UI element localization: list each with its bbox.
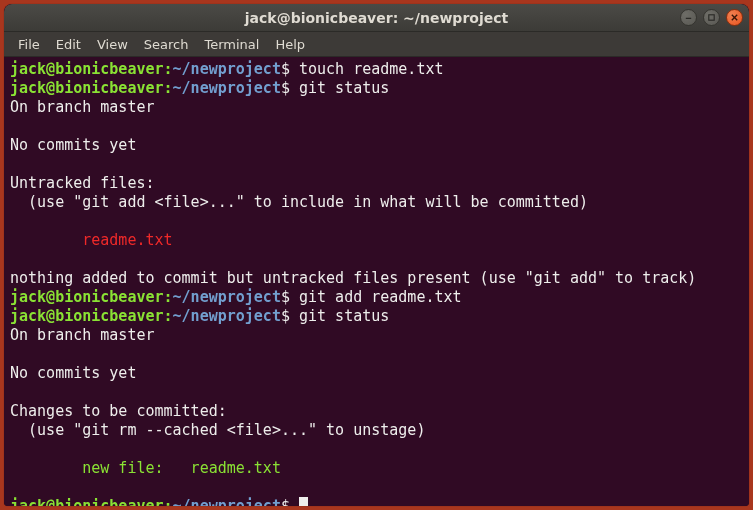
- output-nocommits: No commits yet: [10, 136, 136, 154]
- prompt-user: jack@bionicbeaver: [10, 497, 164, 506]
- menu-search[interactable]: Search: [136, 34, 197, 55]
- maximize-icon: [707, 13, 716, 22]
- output-nocommits-2: No commits yet: [10, 364, 136, 382]
- prompt-path: ~/newproject: [173, 288, 281, 306]
- prompt-symbol: $: [281, 60, 290, 78]
- menu-view[interactable]: View: [89, 34, 136, 55]
- output-changes-hint: (use "git rm --cached <file>..." to unst…: [10, 421, 425, 439]
- prompt-user: jack@bionicbeaver: [10, 307, 164, 325]
- output-untracked-header: Untracked files:: [10, 174, 155, 192]
- minimize-button[interactable]: [680, 9, 697, 26]
- prompt-symbol: $: [281, 497, 290, 506]
- command-1: touch readme.txt: [299, 60, 444, 78]
- titlebar: jack@bionicbeaver: ~/newproject: [4, 4, 749, 32]
- prompt-path: ~/newproject: [173, 497, 281, 506]
- window-controls: [680, 9, 743, 26]
- output-branch-2: On branch master: [10, 326, 155, 344]
- terminal-content[interactable]: jack@bionicbeaver:~/newproject$ touch re…: [4, 57, 749, 506]
- prompt-symbol: $: [281, 307, 290, 325]
- window-title: jack@bionicbeaver: ~/newproject: [4, 10, 749, 26]
- prompt-sep: :: [164, 79, 173, 97]
- command-4: git status: [299, 307, 389, 325]
- prompt-sep: :: [164, 497, 173, 506]
- command-2: git status: [299, 79, 389, 97]
- terminal-window: jack@bionicbeaver: ~/newproject File Edi…: [4, 4, 749, 506]
- output-untracked-file: readme.txt: [10, 231, 173, 249]
- menu-edit[interactable]: Edit: [48, 34, 89, 55]
- prompt-sep: :: [164, 60, 173, 78]
- menu-terminal[interactable]: Terminal: [196, 34, 267, 55]
- prompt-path: ~/newproject: [173, 307, 281, 325]
- close-button[interactable]: [726, 9, 743, 26]
- prompt-path: ~/newproject: [173, 60, 281, 78]
- svg-rect-1: [709, 15, 714, 20]
- menu-file[interactable]: File: [10, 34, 48, 55]
- output-untracked-hint: (use "git add <file>..." to include in w…: [10, 193, 588, 211]
- menu-help[interactable]: Help: [267, 34, 313, 55]
- command-3: git add readme.txt: [299, 288, 462, 306]
- prompt-sep: :: [164, 307, 173, 325]
- prompt-sep: :: [164, 288, 173, 306]
- minimize-icon: [684, 13, 693, 22]
- output-new-file: new file: readme.txt: [10, 459, 281, 477]
- prompt-symbol: $: [281, 288, 290, 306]
- prompt-user: jack@bionicbeaver: [10, 79, 164, 97]
- cursor: [299, 497, 308, 506]
- maximize-button[interactable]: [703, 9, 720, 26]
- prompt-symbol: $: [281, 79, 290, 97]
- prompt-user: jack@bionicbeaver: [10, 60, 164, 78]
- output-branch: On branch master: [10, 98, 155, 116]
- output-nothing-added: nothing added to commit but untracked fi…: [10, 269, 696, 287]
- prompt-path: ~/newproject: [173, 79, 281, 97]
- menubar: File Edit View Search Terminal Help: [4, 32, 749, 57]
- prompt-user: jack@bionicbeaver: [10, 288, 164, 306]
- output-changes-header: Changes to be committed:: [10, 402, 227, 420]
- close-icon: [730, 13, 739, 22]
